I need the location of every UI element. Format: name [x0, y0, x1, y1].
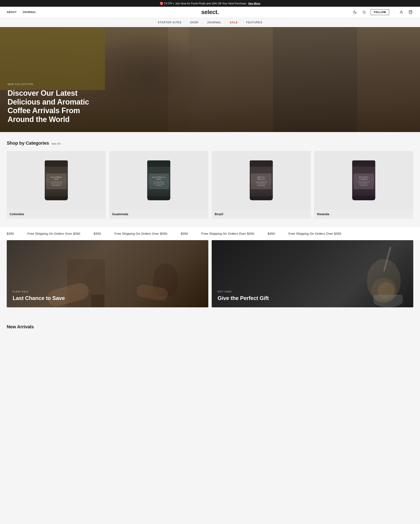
- bag-bottom: [250, 196, 273, 200]
- shipping-item: Free Shipping On Orders Over $350: [282, 232, 348, 235]
- moon-icon: [353, 10, 357, 14]
- bag-top: [147, 160, 170, 167]
- promo-grid: FLASH SALE Last Chance to Save GIFT CARD…: [7, 240, 413, 307]
- dark-mode-button[interactable]: [352, 9, 358, 15]
- product-name: Rwanda: [314, 210, 413, 219]
- bag-desc: Floral and bright withberry notes andcle…: [356, 181, 372, 186]
- bag-top: [45, 160, 68, 167]
- coffee-bag: BRAZIL BELLA Nutty and sweet withlow aci…: [250, 160, 273, 200]
- shipping-item: $350: [0, 232, 21, 235]
- shipping-item: $350: [261, 232, 282, 235]
- cart-button[interactable]: [408, 9, 413, 15]
- gift-card-badge: GIFT CARD: [218, 290, 269, 293]
- product-name: Colombia: [7, 210, 106, 219]
- gift-card-promo[interactable]: GIFT CARD Give the Perfect Gift: [212, 240, 413, 307]
- see-all-link[interactable]: See All ›: [52, 142, 61, 145]
- bag-label: BRAZIL BELLA Nutty and sweet withlow aci…: [251, 174, 271, 189]
- product-card-image: BRAZIL BELLA Nutty and sweet withlow aci…: [212, 151, 311, 210]
- product-name: Guatemala: [109, 210, 208, 219]
- bag-name: BRAZIL BELLA: [253, 176, 269, 180]
- gift-card-content: GIFT CARD Give the Perfect Gift: [212, 285, 275, 307]
- bag-name: GUATEMALA OWO: [151, 176, 167, 180]
- bag-label: COLOMBIA DIN A smooth blend withnotes of…: [46, 174, 66, 189]
- bag-name: COLOMBIA DIN: [48, 176, 64, 180]
- shipping-ticker: $350Free Shipping On Orders Over $350$35…: [0, 232, 348, 235]
- locale-selector[interactable]: 🇨🇦 CA EN: [160, 2, 174, 5]
- hero-content: NEW COLLECTION Discover Our Latest Delic…: [0, 75, 103, 132]
- categories-title: Shop by Categories: [7, 140, 49, 146]
- header-right: FOLLOW: [352, 9, 413, 15]
- shipping-item: Free Shipping On Orders Over $350: [108, 232, 174, 235]
- bag-top: [250, 160, 273, 167]
- categories-section: Shop by Categories See All › COLOMBIA DI…: [0, 132, 420, 227]
- header-left-nav: ABOUT JOURNAL: [7, 11, 36, 14]
- coffee-bag: RWANDA LUMINA Floral and bright withberr…: [352, 160, 375, 200]
- product-name: Brazil: [212, 210, 311, 219]
- bag-name: RWANDA LUMINA: [356, 176, 372, 180]
- svg-line-1: [365, 13, 366, 13]
- hero-badge: NEW COLLECTION: [8, 83, 96, 86]
- flash-sale-content: FLASH SALE Last Chance to Save: [7, 285, 71, 307]
- product-card-guatemala[interactable]: GUATEMALA OWO Rich and bold withhints of…: [109, 151, 208, 219]
- product-grid: COLOMBIA DIN A smooth blend withnotes of…: [7, 151, 413, 219]
- new-arrivals-section: New Arrivals: [0, 316, 420, 334]
- follow-button[interactable]: FOLLOW: [371, 9, 389, 15]
- shipping-item: Free Shipping On Orders Over $350: [21, 232, 87, 235]
- bag-desc: Rich and bold withhints of brown sugaran…: [151, 181, 167, 186]
- hero-title: Discover Our Latest Delicious and Aromat…: [8, 89, 96, 124]
- user-icon: [399, 10, 403, 14]
- about-link[interactable]: ABOUT: [7, 11, 17, 14]
- bag-bottom: [45, 196, 68, 200]
- flash-sale-card[interactable]: FLASH SALE Last Chance to Save: [7, 240, 208, 307]
- announcement-bar: 🇨🇦 CA EN Join Now for Fresh Finds and 10…: [0, 0, 420, 7]
- flash-sale-badge: FLASH SALE: [13, 290, 65, 293]
- search-icon: [362, 10, 366, 14]
- shipping-item: $350: [174, 232, 195, 235]
- chevron-down-icon: [173, 2, 174, 5]
- nav-starter-sites[interactable]: STARTER SITES: [158, 21, 182, 24]
- svg-point-2: [401, 11, 402, 12]
- section-header: Shop by Categories See All ›: [7, 140, 413, 146]
- bag-desc: A smooth blend withnotes of caramel andd…: [48, 181, 64, 186]
- nav-features[interactable]: FEATURES: [246, 21, 262, 24]
- secondary-nav: STARTER SITES SHOP JOURNAL SALE FEATURES: [0, 18, 420, 27]
- product-card-rwanda[interactable]: RWANDA LUMINA Floral and bright withberr…: [314, 151, 413, 219]
- bag-bottom: [147, 196, 170, 200]
- bag-desc: Nutty and sweet withlow acidity andsmoot…: [253, 181, 269, 186]
- bag-bottom: [352, 196, 375, 200]
- bag-label: GUATEMALA OWO Rich and bold withhints of…: [149, 174, 169, 189]
- hero-banner: NEW COLLECTION Discover Our Latest Delic…: [0, 27, 420, 132]
- coffee-bag: COLOMBIA DIN A smooth blend withnotes of…: [45, 160, 68, 200]
- flag-icon: 🇨🇦: [160, 2, 163, 5]
- site-logo[interactable]: select.: [201, 9, 219, 16]
- promo-section: FLASH SALE Last Chance to Save GIFT CARD…: [0, 240, 420, 316]
- product-card-colombia[interactable]: COLOMBIA DIN A smooth blend withnotes of…: [7, 151, 106, 219]
- nav-sale[interactable]: SALE: [230, 21, 238, 24]
- main-header: ABOUT JOURNAL select. FOLLOW: [0, 7, 420, 18]
- journal-link[interactable]: JOURNAL: [22, 11, 36, 14]
- gift-card-title: Give the Perfect Gift: [218, 295, 269, 301]
- nav-journal[interactable]: JOURNAL: [207, 21, 221, 24]
- bag-label: RWANDA LUMINA Floral and bright withberr…: [354, 174, 374, 189]
- flash-sale-title: Last Chance to Save: [13, 295, 65, 301]
- shipping-item: Free Shipping On Orders Over $350: [195, 232, 261, 235]
- shipping-item: $350: [87, 232, 108, 235]
- product-card-image: GUATEMALA OWO Rich and bold withhints of…: [109, 151, 208, 210]
- svg-point-0: [363, 11, 365, 13]
- product-card-image: COLOMBIA DIN A smooth blend withnotes of…: [7, 151, 106, 210]
- bag-top: [352, 160, 375, 167]
- account-button[interactable]: [399, 9, 404, 15]
- search-button[interactable]: [361, 9, 367, 15]
- product-card-brazil[interactable]: BRAZIL BELLA Nutty and sweet withlow aci…: [212, 151, 311, 219]
- header-divider: [394, 10, 394, 14]
- nav-shop[interactable]: SHOP: [190, 21, 199, 24]
- new-arrivals-title: New Arrivals: [7, 324, 413, 330]
- locale-language: EN: [168, 2, 172, 5]
- product-card-image: RWANDA LUMINA Floral and bright withberr…: [314, 151, 413, 210]
- coffee-bag: GUATEMALA OWO Rich and bold withhints of…: [147, 160, 170, 200]
- cart-icon: [409, 10, 412, 14]
- shipping-banner: $350Free Shipping On Orders Over $350$35…: [0, 227, 420, 240]
- announcement-text: Join Now for Fresh Finds and 10% Off You…: [175, 2, 247, 5]
- locale-country: CA: [164, 2, 167, 5]
- see-more-link[interactable]: See More: [248, 2, 260, 5]
